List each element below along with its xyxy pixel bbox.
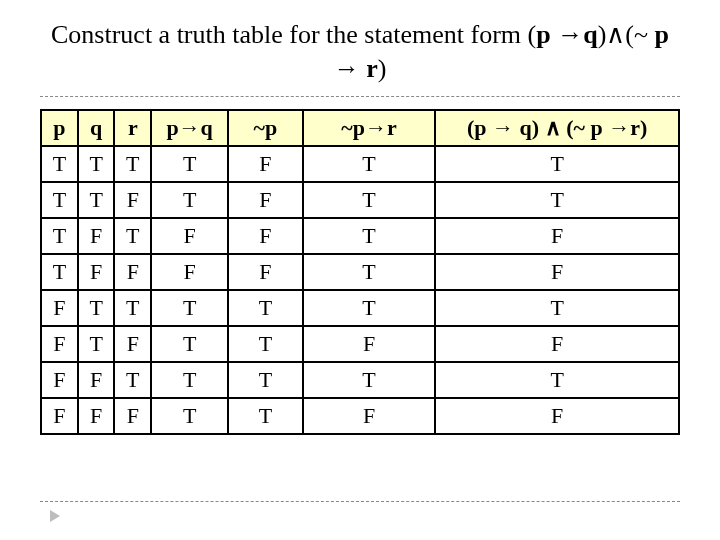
title-r: r <box>366 54 378 83</box>
cell-r: T <box>114 146 151 182</box>
title-arrow2: → <box>334 54 367 83</box>
cell-q: T <box>78 326 115 362</box>
cell-r: T <box>114 218 151 254</box>
cell-notp-imp-r: T <box>303 362 435 398</box>
cell-notp-imp-r: T <box>303 290 435 326</box>
cell-conj: T <box>435 362 679 398</box>
title-text: Construct a truth table for the statemen… <box>51 20 536 49</box>
cell-notp-imp-r: T <box>303 218 435 254</box>
cell-p: F <box>41 362 78 398</box>
cell-conj: T <box>435 290 679 326</box>
col-header-conj: (p → q) ∧ (~ p →r) <box>435 110 679 146</box>
cell-not-p: T <box>228 290 303 326</box>
cell-q: T <box>78 146 115 182</box>
table-row: T T F T F T T <box>41 182 679 218</box>
cell-r: T <box>114 362 151 398</box>
cell-conj: F <box>435 326 679 362</box>
cell-p: F <box>41 326 78 362</box>
cell-p-imp-q: T <box>151 362 228 398</box>
page-title: Construct a truth table for the statemen… <box>40 18 680 86</box>
title-p2: p <box>655 20 669 49</box>
cell-conj: F <box>435 254 679 290</box>
cell-p: F <box>41 290 78 326</box>
cell-not-p: F <box>228 182 303 218</box>
cell-q: F <box>78 218 115 254</box>
cell-r: F <box>114 254 151 290</box>
footer-divider <box>40 501 680 502</box>
col-header-p-imp-q: p→q <box>151 110 228 146</box>
cell-not-p: T <box>228 398 303 434</box>
cell-q: F <box>78 254 115 290</box>
col-header-not-p: ~p <box>228 110 303 146</box>
cell-conj: F <box>435 218 679 254</box>
cell-conj: T <box>435 182 679 218</box>
cell-q: T <box>78 290 115 326</box>
cell-conj: T <box>435 146 679 182</box>
cell-notp-imp-r: T <box>303 182 435 218</box>
col-header-notp-imp-r: ~p→r <box>303 110 435 146</box>
cell-p-imp-q: T <box>151 146 228 182</box>
table-row: F F T T T T T <box>41 362 679 398</box>
truth-table: p q r p→q ~p ~p→r (p → q) ∧ (~ p →r) T T… <box>40 109 680 435</box>
cell-conj: F <box>435 398 679 434</box>
title-close: ) <box>378 54 387 83</box>
cell-notp-imp-r: F <box>303 326 435 362</box>
col-header-q: q <box>78 110 115 146</box>
col-header-p: p <box>41 110 78 146</box>
title-q: q <box>583 20 597 49</box>
cell-p-imp-q: T <box>151 182 228 218</box>
title-and: )∧(~ <box>598 20 655 49</box>
cell-p-imp-q: F <box>151 218 228 254</box>
cell-r: F <box>114 398 151 434</box>
table-body: T T T T F T T T T F T F T T T F T F <box>41 146 679 434</box>
cell-p: F <box>41 398 78 434</box>
title-divider <box>40 96 680 97</box>
col-header-r: r <box>114 110 151 146</box>
table-row: F F F T T F F <box>41 398 679 434</box>
table-row: T T T T F T T <box>41 146 679 182</box>
cell-p-imp-q: T <box>151 326 228 362</box>
cell-notp-imp-r: T <box>303 146 435 182</box>
cell-p-imp-q: F <box>151 254 228 290</box>
cell-p: T <box>41 146 78 182</box>
cell-not-p: F <box>228 218 303 254</box>
cell-p: T <box>41 254 78 290</box>
title-p1: p <box>536 20 550 49</box>
cell-q: F <box>78 362 115 398</box>
table-row: T F T F F T F <box>41 218 679 254</box>
cell-q: T <box>78 182 115 218</box>
table-header-row: p q r p→q ~p ~p→r (p → q) ∧ (~ p →r) <box>41 110 679 146</box>
table-row: F T F T T F F <box>41 326 679 362</box>
cell-p: T <box>41 182 78 218</box>
slide: Construct a truth table for the statemen… <box>0 0 720 435</box>
cell-r: F <box>114 326 151 362</box>
cell-q: F <box>78 398 115 434</box>
cell-not-p: F <box>228 254 303 290</box>
title-arrow1: → <box>551 20 584 49</box>
bullet-arrow-icon <box>50 510 60 522</box>
table-row: F T T T T T T <box>41 290 679 326</box>
cell-r: T <box>114 290 151 326</box>
cell-notp-imp-r: F <box>303 398 435 434</box>
cell-not-p: T <box>228 362 303 398</box>
cell-p-imp-q: T <box>151 398 228 434</box>
cell-not-p: T <box>228 326 303 362</box>
cell-p: T <box>41 218 78 254</box>
cell-not-p: F <box>228 146 303 182</box>
cell-r: F <box>114 182 151 218</box>
cell-notp-imp-r: T <box>303 254 435 290</box>
table-row: T F F F F T F <box>41 254 679 290</box>
cell-p-imp-q: T <box>151 290 228 326</box>
